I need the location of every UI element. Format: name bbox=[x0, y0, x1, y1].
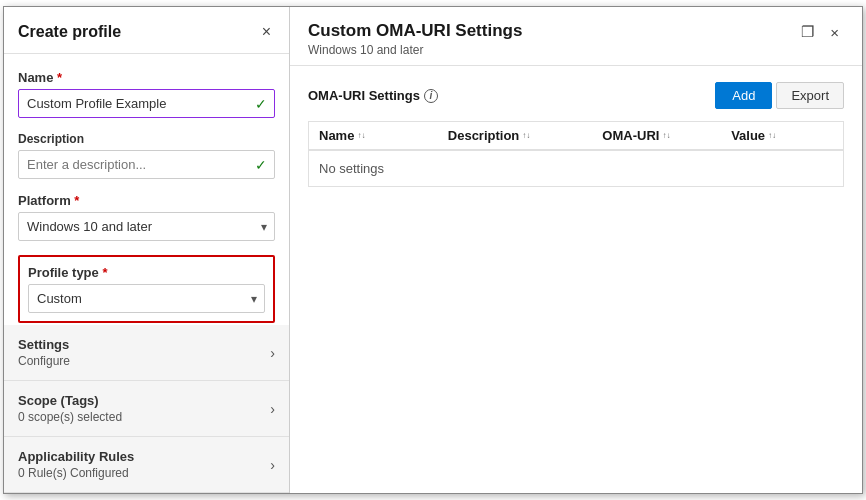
nav-scope-title: Scope (Tags) bbox=[18, 393, 122, 408]
nav-item-settings[interactable]: Settings Configure › bbox=[4, 325, 289, 381]
platform-dropdown[interactable]: Windows 10 and later bbox=[18, 212, 275, 241]
description-check-icon: ✓ bbox=[255, 157, 267, 173]
platform-field-group: Platform * Windows 10 and later ▾ bbox=[18, 193, 275, 241]
oma-label: OMA-URI Settings i bbox=[308, 88, 438, 103]
right-panel-title: Custom OMA-URI Settings bbox=[308, 21, 522, 41]
platform-label: Platform * bbox=[18, 193, 275, 208]
description-input-wrap: ✓ bbox=[18, 150, 275, 179]
name-input-wrap: ✓ bbox=[18, 89, 275, 118]
window-close-button[interactable]: × bbox=[825, 22, 844, 43]
table-header: Name ↑↓ Description ↑↓ OMA-URI ↑↓ Value … bbox=[309, 122, 843, 151]
oma-section-header: OMA-URI Settings i Add Export bbox=[308, 82, 844, 109]
name-label: Name * bbox=[18, 70, 275, 85]
value-sort-icon[interactable]: ↑↓ bbox=[768, 132, 776, 140]
left-body: Name * ✓ Description ✓ Platform * bbox=[4, 54, 289, 325]
nav-settings-chevron-icon: › bbox=[270, 345, 275, 361]
export-button[interactable]: Export bbox=[776, 82, 844, 109]
left-panel: Create profile × Name * ✓ Description ✓ bbox=[4, 7, 290, 493]
profile-type-box: Profile type * Custom ▾ bbox=[18, 255, 275, 323]
name-sort-icon[interactable]: ↑↓ bbox=[357, 132, 365, 140]
add-button[interactable]: Add bbox=[715, 82, 772, 109]
table-body: No settings bbox=[309, 151, 843, 186]
no-settings-text: No settings bbox=[319, 161, 384, 176]
nav-items-container: Settings Configure › Scope (Tags) 0 scop… bbox=[4, 325, 289, 493]
profile-type-dropdown[interactable]: Custom bbox=[28, 284, 265, 313]
platform-dropdown-wrap: Windows 10 and later ▾ bbox=[18, 212, 275, 241]
nav-settings-subtitle: Configure bbox=[18, 354, 70, 368]
profile-type-label: Profile type * bbox=[28, 265, 265, 280]
right-body: OMA-URI Settings i Add Export Name ↑↓ De… bbox=[290, 66, 862, 493]
name-input[interactable] bbox=[18, 89, 275, 118]
nav-rules-title: Applicability Rules bbox=[18, 449, 134, 464]
col-value: Value ↑↓ bbox=[731, 128, 817, 143]
nav-rules-chevron-icon: › bbox=[270, 457, 275, 473]
left-panel-close-button[interactable]: × bbox=[258, 21, 275, 43]
nav-item-scope-tags[interactable]: Scope (Tags) 0 scope(s) selected › bbox=[4, 381, 289, 437]
left-header: Create profile × bbox=[4, 7, 289, 54]
nav-rules-subtitle: 0 Rule(s) Configured bbox=[18, 466, 134, 480]
description-input[interactable] bbox=[18, 150, 275, 179]
oma-uri-sort-icon[interactable]: ↑↓ bbox=[662, 132, 670, 140]
description-field-group: Description ✓ bbox=[18, 132, 275, 179]
left-panel-title: Create profile bbox=[18, 23, 121, 41]
nav-item-applicability-rules[interactable]: Applicability Rules 0 Rule(s) Configured… bbox=[4, 437, 289, 493]
info-icon[interactable]: i bbox=[424, 89, 438, 103]
nav-settings-title: Settings bbox=[18, 337, 70, 352]
button-group: Add Export bbox=[715, 82, 844, 109]
oma-table: Name ↑↓ Description ↑↓ OMA-URI ↑↓ Value … bbox=[308, 121, 844, 187]
col-name: Name ↑↓ bbox=[319, 128, 448, 143]
nav-scope-subtitle: 0 scope(s) selected bbox=[18, 410, 122, 424]
col-spacer bbox=[817, 128, 833, 143]
right-panel-subtitle: Windows 10 and later bbox=[308, 43, 522, 57]
right-header: Custom OMA-URI Settings Windows 10 and l… bbox=[290, 7, 862, 66]
nav-scope-chevron-icon: › bbox=[270, 401, 275, 417]
right-panel: Custom OMA-URI Settings Windows 10 and l… bbox=[290, 7, 862, 493]
profile-type-dropdown-wrap: Custom ▾ bbox=[28, 284, 265, 313]
name-field-group: Name * ✓ bbox=[18, 70, 275, 118]
description-sort-icon[interactable]: ↑↓ bbox=[522, 132, 530, 140]
description-label: Description bbox=[18, 132, 275, 146]
window-restore-button[interactable]: ❐ bbox=[796, 21, 819, 43]
col-oma-uri: OMA-URI ↑↓ bbox=[602, 128, 731, 143]
app-container: Create profile × Name * ✓ Description ✓ bbox=[3, 6, 863, 494]
col-description: Description ↑↓ bbox=[448, 128, 603, 143]
name-check-icon: ✓ bbox=[255, 96, 267, 112]
